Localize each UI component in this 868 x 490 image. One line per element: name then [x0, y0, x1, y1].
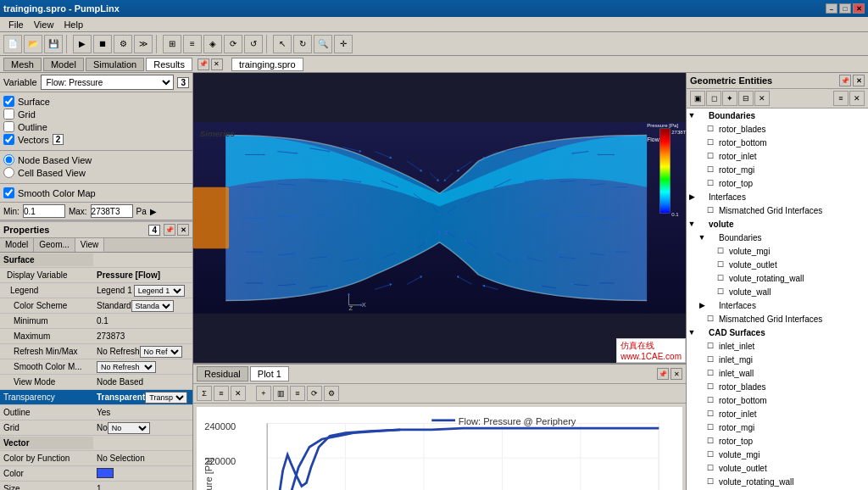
tree-item[interactable]: ▼Boundaries: [687, 109, 868, 122]
tab-plot1[interactable]: Plot 1: [250, 366, 289, 381]
tree-item[interactable]: ☐rotor_blades: [687, 122, 868, 136]
results-close-btn[interactable]: ✕: [211, 58, 223, 70]
plot-btn-5[interactable]: ≡: [290, 386, 305, 401]
tree-checkbox[interactable]: ☐: [707, 477, 719, 486]
geo-btn-5[interactable]: ✕: [754, 91, 770, 106]
tab-model[interactable]: Model: [43, 58, 84, 71]
tree-item[interactable]: ▼CAD Surfaces: [687, 326, 868, 339]
tab-residual[interactable]: Residual: [197, 366, 248, 381]
tree-checkbox[interactable]: ☐: [707, 382, 719, 391]
tree-item[interactable]: ☐volute_rotating_wall: [687, 271, 868, 285]
tab-mesh[interactable]: Mesh: [3, 58, 42, 71]
tree-item[interactable]: ☐Mismatched Grid Interfaces: [687, 203, 868, 217]
tree-item[interactable]: ☐volute_outlet: [687, 461, 868, 475]
legend-select[interactable]: Legend 1: [134, 285, 185, 297]
tree-item[interactable]: ▼volute: [687, 217, 868, 231]
toolbar-btn-8[interactable]: ⟳: [224, 35, 242, 53]
tree-checkbox[interactable]: ☐: [717, 260, 729, 269]
tree-checkbox[interactable]: ☐: [707, 369, 719, 377]
tree-checkbox[interactable]: ☐: [707, 206, 719, 214]
plot-sigma-btn[interactable]: Σ: [197, 386, 212, 401]
tree-checkbox[interactable]: ☐: [707, 125, 719, 133]
tab-simulation[interactable]: Simulation: [86, 58, 144, 71]
tree-checkbox[interactable]: ☐: [707, 165, 719, 174]
surface-checkbox[interactable]: [3, 96, 14, 107]
stop-button[interactable]: ⏹: [93, 35, 112, 53]
transparency-select[interactable]: Transparent: [145, 392, 187, 404]
tree-checkbox[interactable]: ☐: [717, 247, 729, 255]
close-button[interactable]: ✕: [853, 3, 865, 14]
play-button[interactable]: ▶: [73, 35, 92, 53]
open-button[interactable]: 📂: [24, 35, 42, 53]
toolbar-btn-9[interactable]: ↺: [244, 35, 263, 53]
refresh-select[interactable]: No Refresh: [140, 346, 182, 358]
color-scheme-select[interactable]: Standard: [131, 300, 174, 312]
main-file-tab[interactable]: trainging.spro: [231, 58, 303, 71]
plot-btn-4[interactable]: ▥: [273, 386, 288, 401]
tree-checkbox[interactable]: ☐: [717, 274, 729, 282]
residual-close[interactable]: ✕: [670, 368, 682, 380]
toolbar-btn-4[interactable]: ≫: [134, 35, 153, 53]
tab-view[interactable]: View: [75, 238, 105, 252]
pan-tool[interactable]: ✛: [334, 35, 353, 53]
cursor-tool[interactable]: ↖: [273, 35, 292, 53]
tree-item[interactable]: ☐rotor_bottom: [687, 136, 868, 149]
max-input[interactable]: [91, 204, 133, 218]
mesh-toolbar-btn[interactable]: ⊞: [163, 35, 181, 53]
toolbar-btn-6[interactable]: ≡: [183, 35, 202, 53]
tree-item[interactable]: ☐volute_mgi: [687, 244, 868, 258]
tree-item[interactable]: ☐rotor_blades: [687, 380, 868, 393]
tree-item[interactable]: ☐rotor_inlet: [687, 407, 868, 420]
plot-clear-btn[interactable]: ✕: [231, 386, 246, 401]
plot-btn-6[interactable]: ⟳: [307, 386, 322, 401]
tree-item[interactable]: ☐rotor_inlet: [687, 149, 868, 163]
geo-btn-2[interactable]: ◻: [706, 91, 721, 106]
tree-checkbox[interactable]: ☐: [707, 396, 719, 404]
tree-checkbox[interactable]: ☐: [707, 423, 719, 432]
tree-item[interactable]: ☐rotor_bottom: [687, 393, 868, 407]
min-input[interactable]: [23, 204, 65, 218]
prop-transparency[interactable]: Transparency Transparent Transparent: [0, 390, 192, 405]
geo-btn-6[interactable]: ≡: [833, 91, 849, 106]
tree-item[interactable]: ☐volute_rotating_wall: [687, 475, 868, 488]
tree-checkbox[interactable]: ☐: [717, 287, 729, 296]
geo-btn-3[interactable]: ✦: [722, 91, 737, 106]
tree-checkbox[interactable]: ☐: [707, 315, 719, 323]
tree-checkbox[interactable]: ☐: [707, 355, 719, 364]
save-button[interactable]: 💾: [44, 35, 63, 53]
color-swatch[interactable]: [97, 468, 114, 478]
tree-checkbox[interactable]: ☐: [707, 409, 719, 418]
tree-checkbox[interactable]: ☐: [707, 464, 719, 472]
node-based-radio[interactable]: [3, 154, 14, 165]
tree-checkbox[interactable]: ☐: [707, 437, 719, 445]
tree-item[interactable]: ☐inlet_inlet: [687, 339, 868, 353]
tree-item[interactable]: ☐inlet_wall: [687, 366, 868, 380]
results-pin-btn[interactable]: 📌: [198, 58, 209, 70]
geo-pin[interactable]: 📌: [839, 75, 851, 86]
smooth-color-checkbox[interactable]: [3, 187, 14, 198]
tree-item[interactable]: ☐volute_mgi: [687, 448, 868, 461]
variable-select[interactable]: Flow: Pressure: [41, 75, 175, 90]
residual-pin[interactable]: 📌: [657, 368, 669, 380]
tab-results[interactable]: Results: [146, 58, 192, 71]
tree-checkbox[interactable]: ☐: [707, 450, 719, 459]
tree-item[interactable]: ☐rotor_top: [687, 176, 868, 190]
geo-btn-4[interactable]: ⊟: [738, 91, 754, 106]
geo-btn-1[interactable]: ▣: [690, 91, 705, 106]
props-pin[interactable]: 📌: [164, 224, 175, 236]
grid-checkbox[interactable]: [3, 109, 14, 120]
maximize-button[interactable]: □: [839, 3, 851, 14]
plot-add-btn[interactable]: +: [256, 386, 271, 401]
tree-checkbox[interactable]: ☐: [707, 138, 719, 147]
tree-item[interactable]: ▶Interfaces: [687, 298, 868, 312]
tree-item[interactable]: ☐volute_outlet: [687, 258, 868, 271]
tree-item[interactable]: ☐inlet_mgi: [687, 353, 868, 366]
tree-item[interactable]: ☐rotor_mgi: [687, 163, 868, 176]
grid-select[interactable]: No: [108, 422, 150, 434]
menu-view[interactable]: View: [29, 19, 59, 30]
tree-item[interactable]: ▶Interfaces: [687, 190, 868, 203]
cell-based-radio[interactable]: [3, 167, 14, 178]
menu-file[interactable]: File: [3, 19, 29, 30]
tab-model[interactable]: Model: [0, 238, 34, 252]
tree-item[interactable]: ☐rotor_mgi: [687, 420, 868, 434]
